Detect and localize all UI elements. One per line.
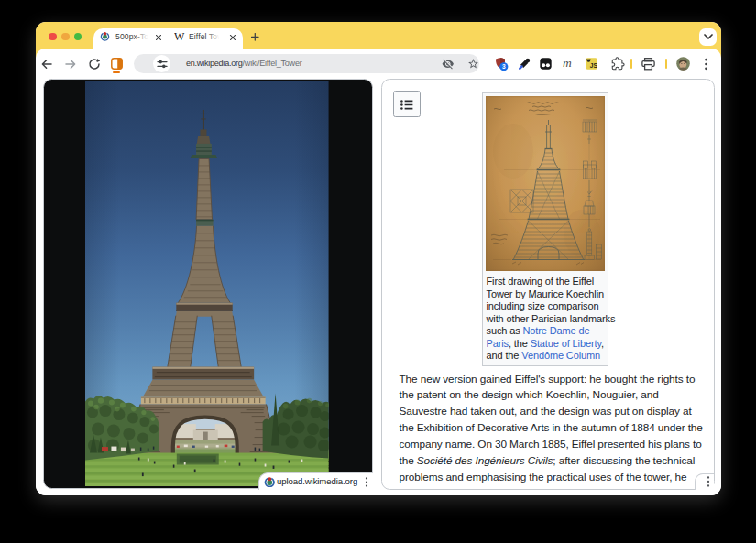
svg-text:3: 3 [502, 63, 506, 70]
svg-text:JS: JS [590, 62, 597, 69]
